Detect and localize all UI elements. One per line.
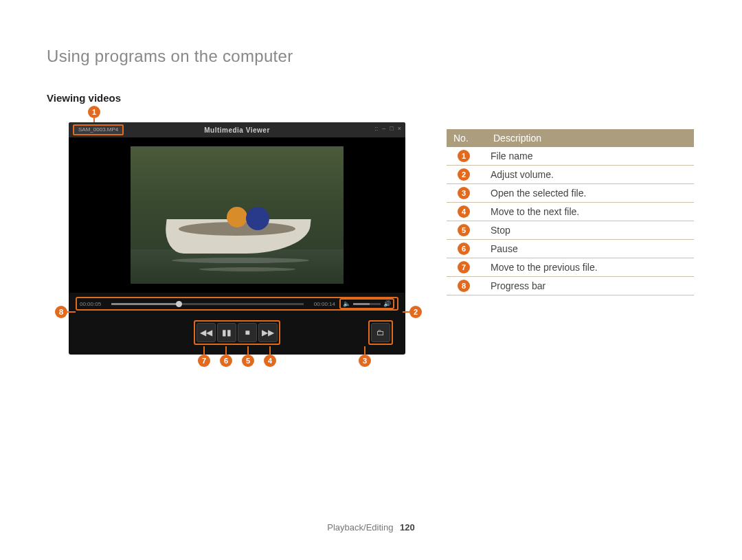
row-text: Pause xyxy=(470,243,694,254)
callout-5: 5 xyxy=(242,355,254,367)
close-icon[interactable]: × xyxy=(398,125,401,132)
video-frame xyxy=(131,146,344,284)
window-controls: :: – □ × xyxy=(374,125,401,132)
callout-7: 7 xyxy=(198,355,210,367)
controls-row: ◀◀ ▮▮ ■ ▶▶ 🗀 xyxy=(69,317,405,348)
table-header: No. Description xyxy=(447,129,694,147)
callout-line xyxy=(403,311,409,313)
row-text: File name xyxy=(470,150,694,161)
stop-icon: ■ xyxy=(245,328,249,337)
row-badge: 8 xyxy=(458,280,470,292)
table-row: 7 Move to the previous file. xyxy=(447,258,694,277)
open-file-group: 🗀 xyxy=(368,320,393,345)
row-badge: 2 xyxy=(458,168,470,181)
volume-control[interactable]: 🔈 🔊 xyxy=(339,298,394,309)
time-total: 00:00:14 xyxy=(308,301,335,307)
pause-button[interactable]: ▮▮ xyxy=(217,323,236,342)
row-text: Progress bar xyxy=(470,280,694,291)
row-text: Stop xyxy=(470,225,694,236)
callout-2: 2 xyxy=(409,306,422,318)
callout-line xyxy=(67,311,76,313)
time-elapsed: 00:00:05 xyxy=(80,301,107,307)
callout-line xyxy=(225,346,227,355)
table-row: 6 Pause xyxy=(447,240,694,258)
window-mode-icon[interactable]: :: xyxy=(374,125,378,132)
file-name-chip[interactable]: SAM_0003.MP4 xyxy=(73,124,124,135)
callout-line xyxy=(269,346,271,355)
section-title: Viewing videos xyxy=(47,92,121,104)
table-row: 1 File name xyxy=(447,147,694,166)
row-badge: 5 xyxy=(458,224,470,236)
callout-6: 6 xyxy=(220,355,232,367)
row-badge: 3 xyxy=(458,187,470,199)
row-text: Move to the previous file. xyxy=(470,262,694,273)
table-row: 3 Open the selected file. xyxy=(447,184,694,203)
description-table: No. Description 1 File name 2 Adjust vol… xyxy=(447,129,694,295)
row-text: Open the selected file. xyxy=(470,188,694,199)
open-file-button[interactable]: 🗀 xyxy=(371,323,390,342)
table-row: 4 Move to the next file. xyxy=(447,203,694,221)
row-badge: 4 xyxy=(458,205,470,218)
callout-3: 3 xyxy=(359,355,371,367)
callout-line xyxy=(364,346,366,355)
progress-knob[interactable] xyxy=(176,301,182,307)
table-row: 8 Progress bar xyxy=(447,277,694,295)
video-area xyxy=(69,137,405,293)
progress-track[interactable] xyxy=(111,303,304,305)
playback-controls-group: ◀◀ ▮▮ ■ ▶▶ xyxy=(194,320,280,345)
page-number: 120 xyxy=(400,522,415,533)
callout-line xyxy=(247,346,249,355)
footer-section: Playback/Editing xyxy=(327,522,393,533)
multimedia-viewer-window: SAM_0003.MP4 Multimedia Viewer :: – □ × … xyxy=(69,122,405,355)
previous-button[interactable]: ◀◀ xyxy=(196,323,216,342)
progress-bar[interactable]: 00:00:05 00:00:14 🔈 🔊 xyxy=(76,297,398,311)
row-badge: 7 xyxy=(458,261,470,273)
maximize-icon[interactable]: □ xyxy=(390,125,393,132)
row-badge: 6 xyxy=(458,243,470,255)
page-footer: Playback/Editing 120 xyxy=(0,522,742,533)
viewer-title: Multimedia Viewer xyxy=(204,126,270,134)
minimize-icon[interactable]: – xyxy=(382,125,385,132)
next-button[interactable]: ▶▶ xyxy=(258,323,278,342)
table-row: 5 Stop xyxy=(447,221,694,240)
volume-track[interactable] xyxy=(353,303,381,305)
viewer-titlebar: SAM_0003.MP4 Multimedia Viewer :: – □ × xyxy=(69,122,405,137)
volume-up-icon[interactable]: 🔊 xyxy=(383,300,391,307)
row-text: Adjust volume. xyxy=(470,169,694,180)
row-badge: 1 xyxy=(458,150,470,162)
folder-icon: 🗀 xyxy=(376,328,385,337)
pause-icon: ▮▮ xyxy=(222,328,232,337)
next-icon: ▶▶ xyxy=(262,328,274,337)
stop-button[interactable]: ■ xyxy=(238,323,257,342)
callout-line xyxy=(203,346,205,355)
previous-icon: ◀◀ xyxy=(200,328,212,337)
header-no: No. xyxy=(447,133,489,144)
callout-1: 1 xyxy=(88,106,100,118)
row-text: Move to the next file. xyxy=(470,206,694,217)
table-row: 2 Adjust volume. xyxy=(447,166,694,184)
header-description: Description xyxy=(489,133,694,144)
page-title: Using programs on the computer xyxy=(47,47,293,66)
callout-4: 4 xyxy=(264,355,276,367)
callout-8: 8 xyxy=(55,306,67,318)
volume-down-icon[interactable]: 🔈 xyxy=(343,300,350,307)
